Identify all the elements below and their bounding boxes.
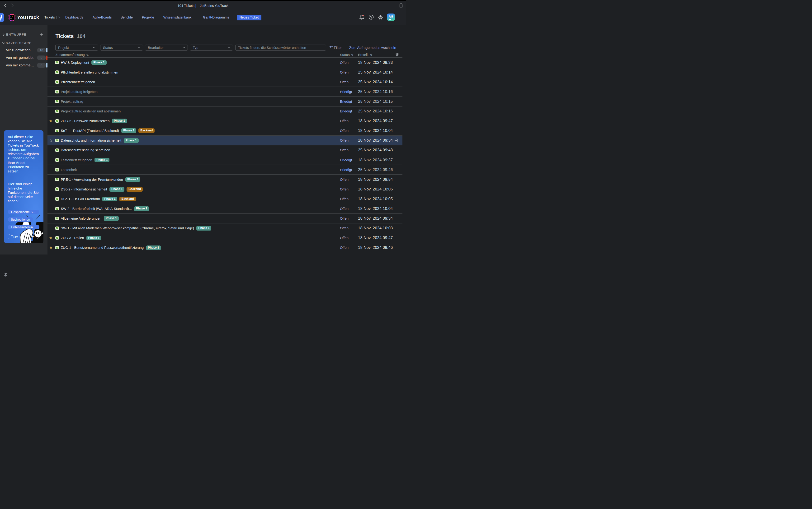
svg-text:YT: YT <box>10 15 13 18</box>
